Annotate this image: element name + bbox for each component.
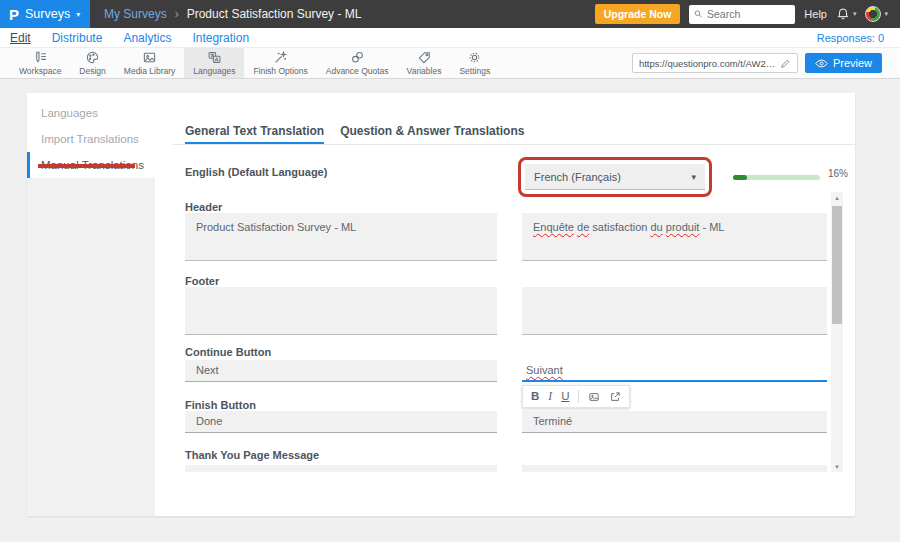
annotation-red-underline [38, 164, 135, 168]
toolbar-item-workspace[interactable]: Workspace [10, 48, 70, 78]
eye-icon [815, 58, 828, 69]
toolbar-item-finish-options[interactable]: Finish Options [244, 48, 316, 78]
magic-wand-icon [273, 50, 288, 65]
sidebar-item-import-translations[interactable]: Import Translations [27, 126, 155, 152]
notifications-button[interactable]: ▾ [836, 7, 857, 21]
workspace-icon [33, 50, 48, 65]
tab-question-answer-translations[interactable]: Question & Answer Translations [340, 120, 524, 144]
media-library-icon [142, 50, 157, 65]
finish-translation-input[interactable]: Terminé [522, 411, 827, 433]
insert-image-button[interactable] [588, 391, 600, 403]
sidebar-background [27, 178, 155, 516]
nav-tab-analytics[interactable]: Analytics [123, 31, 171, 45]
format-toolbar: B I U [522, 385, 630, 408]
footer-source-text [185, 287, 497, 335]
responses-count[interactable]: Responses: 0 [817, 32, 884, 44]
help-link[interactable]: Help [804, 8, 827, 20]
account-menu[interactable]: ▾ [865, 6, 888, 22]
field-finish-button-label: Finish Button [185, 399, 256, 411]
tag-icon [417, 50, 432, 65]
search-icon [694, 9, 703, 19]
header-source-text: Product Satisfaction Survey - ML [185, 213, 497, 261]
progress-fill [733, 175, 747, 180]
nav-tab-distribute[interactable]: Distribute [52, 31, 103, 45]
progress-percent: 16% [828, 168, 848, 179]
nav-tab-integration[interactable]: Integration [192, 31, 249, 45]
breadcrumb-separator-icon: › [175, 7, 179, 21]
continue-translation-input[interactable]: Suivant [522, 360, 827, 382]
tab-general-text-translation[interactable]: General Text Translation [185, 120, 324, 144]
topbar: P Surveys ▾ My Surveys › Product Satisfa… [0, 0, 900, 28]
translation-panel: English (Default Language) French (Franç… [155, 146, 855, 472]
preview-button[interactable]: Preview [805, 53, 882, 73]
scrollbar-thumb[interactable] [832, 206, 842, 324]
bell-icon [836, 7, 850, 21]
breadcrumb-survey-title: Product Satisfaction Survey - ML [187, 7, 362, 21]
toolbar-item-advance-quotas[interactable]: Advance Quotas [317, 48, 398, 78]
footer-translation-textarea[interactable] [522, 287, 827, 335]
survey-url-field[interactable]: https://questionpro.com/t/AW22Zd1S1 [632, 53, 798, 73]
scroll-up-arrow-icon[interactable]: ▴ [831, 192, 843, 203]
field-header-label: Header [185, 201, 222, 213]
toolbar-item-languages[interactable]: Languages [184, 48, 244, 78]
scroll-down-arrow-icon[interactable]: ▾ [831, 461, 843, 472]
translations-main: General Text Translation Question & Answ… [155, 93, 855, 516]
survey-toolbar: Workspace Design Media Library Languages… [0, 48, 900, 79]
surveys-app-menu[interactable]: P Surveys ▾ [0, 0, 90, 28]
content-card: Languages Import Translations Manual Tra… [27, 93, 855, 516]
topbar-actions: Upgrade Now Help ▾ ▾ [595, 4, 900, 24]
thank-you-translation-textarea[interactable] [522, 465, 827, 472]
field-continue-button-label: Continue Button [185, 346, 271, 358]
breadcrumb: My Surveys › Product Satisfaction Survey… [104, 7, 361, 21]
upgrade-now-button[interactable]: Upgrade Now [595, 4, 681, 24]
questionpro-logo-icon: P [9, 7, 19, 22]
chevron-down-icon: ▾ [884, 10, 888, 18]
target-language-dropdown[interactable]: French (Français) ▾ [525, 164, 705, 190]
finish-source-text: Done [185, 411, 497, 433]
chain-links-icon [350, 50, 365, 65]
avatar [865, 6, 881, 22]
toolbar-item-design[interactable]: Design [70, 48, 114, 78]
search-input[interactable] [707, 8, 790, 20]
underline-button[interactable]: U [561, 391, 569, 403]
edit-url-pencil-icon[interactable] [780, 58, 791, 69]
translation-progress-bar [733, 175, 820, 180]
bold-button[interactable]: B [531, 391, 539, 403]
chevron-down-icon: ▾ [76, 10, 80, 19]
field-thank-you-label: Thank You Page Message [185, 449, 319, 461]
survey-url: https://questionpro.com/t/AW22Zd1S1 [639, 58, 776, 69]
design-palette-icon [85, 50, 100, 65]
global-search[interactable] [689, 5, 795, 24]
gear-icon [467, 50, 482, 65]
source-language-label: English (Default Language) [185, 166, 327, 178]
chevron-down-icon: ▾ [853, 10, 857, 18]
survey-nav: Edit Distribute Analytics Integration Re… [0, 28, 900, 48]
toolbar-item-media-library[interactable]: Media Library [115, 48, 185, 78]
toolbar-divider [578, 390, 579, 403]
languages-translation-icon [207, 50, 222, 65]
thank-you-source-text [185, 465, 497, 472]
toolbar-item-variables[interactable]: Variables [398, 48, 451, 78]
translations-sidebar: Languages Import Translations Manual Tra… [27, 93, 155, 516]
breadcrumb-my-surveys[interactable]: My Surveys [104, 7, 167, 21]
italic-button[interactable]: I [548, 391, 552, 403]
translation-tabs: General Text Translation Question & Answ… [173, 120, 855, 145]
app-menu-label: Surveys [25, 7, 70, 21]
scrollbar[interactable]: ▴ ▾ [831, 192, 843, 472]
field-footer-label: Footer [185, 275, 219, 287]
continue-source-text: Next [185, 360, 497, 382]
toolbar-item-settings[interactable]: Settings [450, 48, 499, 78]
header-translation-textarea[interactable]: Enquête de satisfaction du produit - ML [522, 213, 827, 261]
insert-link-button[interactable] [609, 391, 621, 403]
nav-tab-edit[interactable]: Edit [10, 31, 31, 45]
chevron-down-icon: ▾ [691, 172, 696, 182]
target-language-value: French (Français) [534, 171, 621, 183]
sidebar-item-languages[interactable]: Languages [27, 100, 155, 126]
